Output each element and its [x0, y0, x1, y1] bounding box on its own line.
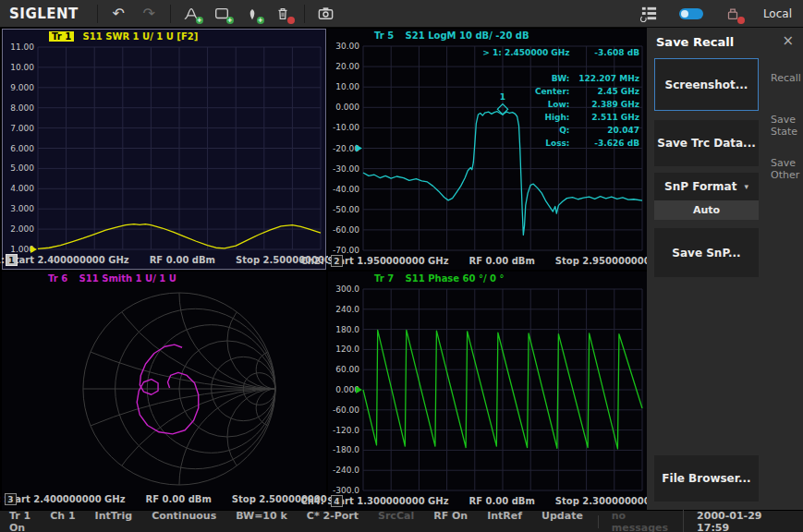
delete-trace-icon[interactable]: [271, 3, 296, 25]
ch2-rf-power: RF 0.00 dBm: [468, 254, 534, 270]
channel4-number-box[interactable]: 4: [331, 495, 343, 507]
svg-text:-3.608 dB: -3.608 dB: [594, 48, 639, 57]
ch3-rf-power: RF 0.00 dBm: [145, 492, 211, 508]
screenshot-icon[interactable]: [313, 3, 338, 25]
snp-format-label: SnP Format: [664, 180, 736, 193]
snp-format-dropdown[interactable]: SnP Format ▾: [654, 173, 759, 200]
trace6-settings: S11 Smith 1 U/ 1 U: [79, 273, 176, 284]
status-divider: [598, 515, 599, 528]
usb-device-icon[interactable]: [721, 3, 746, 25]
trace7-name[interactable]: Tr 7: [374, 273, 394, 284]
svg-text:120.0: 120.0: [335, 345, 359, 354]
svg-text:10.00: 10.00: [10, 63, 34, 72]
status-items: Tr 1Ch 1IntTrigContinuousBW=10 kC* 2-Por…: [9, 510, 598, 532]
channel2-number-box[interactable]: 2: [331, 255, 343, 267]
add-trace-icon[interactable]: +: [179, 3, 204, 25]
trace5-header[interactable]: Tr 5 S21 LogM 10 dB/ -20 dB: [328, 29, 647, 42]
save-snp-button[interactable]: Save SnP...: [654, 228, 759, 277]
svg-text:-70.00: -70.00: [333, 246, 359, 254]
smith-plot[interactable]: [2, 285, 324, 492]
channel3-number-box[interactable]: 3: [5, 493, 17, 505]
panel-ch4-phase[interactable]: Tr 7 S11 Phase 60 °/ 0 ° 300.0240.0180.0…: [328, 272, 647, 510]
trace5-name[interactable]: Tr 5: [374, 30, 394, 41]
tab-save-other[interactable]: Save Other: [771, 157, 803, 181]
logmag-plot[interactable]: 30.0020.0010.000.000-10.00-20.00-30.00-4…: [328, 42, 647, 254]
snp-format-value[interactable]: Auto: [654, 200, 759, 220]
svg-text:1: 1: [500, 92, 505, 102]
svg-text:2.511 GHz: 2.511 GHz: [591, 113, 639, 122]
svg-text:2.45 GHz: 2.45 GHz: [598, 87, 640, 96]
svg-text:-20.00: -20.00: [333, 144, 359, 153]
run-toggle[interactable]: [679, 8, 703, 19]
add-badge: +: [257, 17, 264, 24]
save-trc-data-button[interactable]: Save Trc Data...: [654, 120, 759, 166]
svg-text:240.0: 240.0: [335, 305, 359, 314]
trace7-settings: S11 Phase 60 °/ 0 °: [406, 273, 505, 284]
trace7-header[interactable]: Tr 7 S11 Phase 60 °/ 0 °: [328, 272, 647, 285]
channel1-number-box[interactable]: 1: [6, 254, 18, 266]
screenshot-button[interactable]: Screenshot...: [654, 58, 759, 111]
toolbar-divider: [97, 5, 98, 23]
siglent-logo: SIGLENT: [0, 6, 91, 22]
toggle-knob: [681, 10, 688, 18]
swr-plot[interactable]: 11.0010.009.0008.0007.0006.0005.0004.000…: [3, 43, 325, 253]
toolbar: SIGLENT ↶ ↷ + + +: [0, 0, 803, 28]
svg-text:-300.0: -300.0: [333, 486, 359, 494]
trace6-name[interactable]: Tr 6: [48, 273, 67, 284]
close-icon[interactable]: ×: [782, 32, 794, 49]
menu-side-tabs: Recall Save State Save Other: [765, 54, 803, 510]
toolbar-right-group: Local: [634, 3, 803, 25]
status-item[interactable]: RF On: [433, 510, 468, 522]
trace6-header[interactable]: Tr 6 S11 Smith 1 U/ 1 U: [2, 272, 326, 285]
ch4-rf-power: RF 0.00 dBm: [468, 494, 534, 510]
status-item[interactable]: IntRef: [487, 510, 522, 522]
svg-text:5.000: 5.000: [10, 163, 34, 173]
panel-ch3-smith[interactable]: Tr 6 S11 Smith 1 U/ 1 U 3 Ch3: Start 2.4…: [2, 272, 326, 510]
add-marker-icon[interactable]: +: [240, 3, 265, 25]
status-item[interactable]: Continuous: [152, 510, 216, 522]
svg-text:60.00: 60.00: [335, 365, 359, 374]
add-badge: +: [196, 17, 203, 24]
status-item[interactable]: C* 2-Port: [307, 510, 359, 522]
svg-text:7.000: 7.000: [10, 124, 34, 133]
trace1-name[interactable]: Tr 1: [49, 31, 74, 42]
main-area: Tr 1 S11 SWR 1 U/ 1 U [F2] 11.0010.009.0…: [0, 28, 803, 510]
panel-ch2-logmag[interactable]: Tr 5 S21 LogM 10 dB/ -20 dB 30.0020.0010…: [328, 29, 647, 270]
add-window-icon[interactable]: +: [210, 3, 235, 25]
redo-icon[interactable]: ↷: [137, 3, 162, 25]
svg-text:122.207 MHz: 122.207 MHz: [578, 74, 639, 83]
status-item[interactable]: Tr 1: [9, 510, 30, 522]
svg-text:BW:: BW:: [552, 74, 570, 83]
svg-text:6.000: 6.000: [10, 144, 34, 153]
status-item[interactable]: IntTrig: [95, 510, 133, 522]
svg-text:4.000: 4.000: [10, 184, 34, 193]
menu-title: Save Recall: [656, 35, 734, 49]
svg-text:20.00: 20.00: [335, 62, 359, 71]
local-label[interactable]: Local: [763, 7, 792, 20]
tab-save-state[interactable]: Save State: [771, 114, 803, 138]
phase-plot[interactable]: 300.0240.0180.0120.060.000.000-60.00-120…: [328, 285, 647, 494]
plot-grid: Tr 1 S11 SWR 1 U/ 1 U [F2] 11.0010.009.0…: [0, 28, 647, 510]
svg-text:Center:: Center:: [535, 87, 570, 96]
svg-text:2.000: 2.000: [10, 224, 34, 234]
svg-text:Q:: Q:: [559, 126, 569, 135]
trace1-header[interactable]: Tr 1 S11 SWR 1 U/ 1 U [F2]: [3, 30, 325, 43]
svg-text:Loss:: Loss:: [545, 139, 569, 148]
svg-text:3.000: 3.000: [10, 204, 34, 213]
display-layout-icon[interactable]: [637, 3, 662, 25]
svg-text:20.047: 20.047: [607, 126, 639, 135]
svg-text:30.00: 30.00: [335, 42, 359, 51]
file-browser-button[interactable]: File Browser...: [654, 455, 759, 502]
status-item[interactable]: Ch 1: [50, 510, 75, 522]
status-item[interactable]: SrcCal: [378, 510, 414, 522]
undo-icon[interactable]: ↶: [106, 3, 131, 25]
svg-text:2.389 GHz: 2.389 GHz: [591, 100, 639, 109]
delete-badge: [287, 17, 295, 24]
svg-text:-50.00: -50.00: [333, 205, 359, 214]
tab-recall[interactable]: Recall: [771, 72, 801, 84]
svg-text:8.000: 8.000: [10, 103, 34, 113]
svg-text:0.000: 0.000: [335, 103, 359, 112]
svg-text:180.0: 180.0: [335, 325, 359, 334]
panel-ch1-swr[interactable]: Tr 1 S11 SWR 1 U/ 1 U [F2] 11.0010.009.0…: [2, 29, 326, 270]
status-item[interactable]: BW=10 k: [236, 510, 287, 522]
